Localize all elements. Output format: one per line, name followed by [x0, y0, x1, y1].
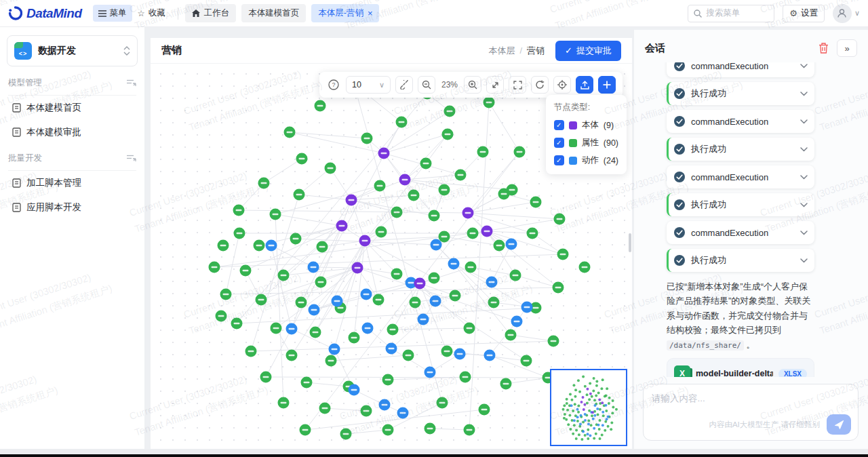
add-node-button[interactable] [598, 76, 616, 94]
legend-item-attribute[interactable]: ✓ 属性 (90) [554, 137, 618, 148]
chat-card-label: commandExecution [691, 117, 795, 127]
check-circle-icon [673, 226, 686, 239]
graph-edge [468, 152, 519, 213]
app-logo[interactable]: DataMind [8, 6, 82, 21]
legend-item-action[interactable]: ✓ 动作 (24) [554, 155, 618, 166]
tab-close-icon[interactable]: × [368, 8, 373, 18]
chevron-down-icon[interactable] [800, 147, 808, 152]
send-button[interactable] [827, 414, 851, 435]
chat-input[interactable]: 请输入内容... 内容由AI大模型生产,请仔细甄别 [643, 384, 859, 441]
legend-count: (90) [604, 138, 618, 148]
chevron-down-icon[interactable] [800, 231, 808, 235]
minimap-node [582, 430, 585, 433]
tab-ontology-home[interactable]: 本体建模首页 [241, 4, 306, 22]
graph-edge [307, 382, 349, 386]
minimap-node [592, 418, 595, 420]
center-view-button[interactable] [553, 76, 571, 94]
sidebar-item-script-management[interactable]: 加工脚本管理 [0, 171, 144, 195]
minimap-node [589, 382, 591, 384]
graph-node-label [555, 287, 561, 288]
chat-card-exec-success[interactable]: 执行成功 [667, 82, 814, 105]
legend-item-ontology[interactable]: ✓ 本体 (9) [554, 119, 618, 131]
graph-canvas[interactable]: ? 10 ∨ 23% [151, 64, 632, 449]
sidebar-item-script-dev[interactable]: 应用脚本开发 [0, 195, 144, 220]
minimap-node [562, 408, 565, 411]
settings-button[interactable]: ⚙ 设置 [783, 5, 825, 22]
top-navbar: DataMind 菜单 ☆ 收藏 工作台 本体建模首页 本体层-营销 × 搜索菜… [0, 0, 868, 27]
graph-node-label [508, 334, 514, 336]
breadcrumb-parent[interactable]: 本体层 [488, 45, 515, 57]
export-button[interactable] [576, 76, 593, 94]
app-switcher[interactable]: <> 数据开发 [7, 35, 138, 66]
minimap-node [586, 393, 589, 396]
sidebar-item-ontology-approval[interactable]: 本体建模审批 [0, 120, 144, 144]
minimap-node [607, 415, 610, 418]
breadcrumb-separator: / [519, 45, 522, 56]
trash-icon[interactable] [818, 43, 829, 54]
sidebar-item-label: 本体建模审批 [26, 126, 81, 138]
selector-chevrons-icon[interactable] [123, 46, 130, 56]
menu-button[interactable]: 菜单 [93, 5, 132, 22]
chevron-down-icon[interactable] [800, 203, 808, 207]
app-name: 数据开发 [38, 45, 117, 57]
chat-card-exec-success[interactable]: 执行成功 [667, 193, 814, 216]
user-menu[interactable]: ∨ [833, 4, 860, 23]
chat-card-command-execution[interactable]: commandExecution [667, 165, 814, 188]
fit-view-button[interactable] [486, 76, 504, 94]
main-panel: 营销 本体层 / 营销 ✓ 提交审批 ? 10 [151, 38, 632, 449]
menu-search-input[interactable]: 搜索菜单 [688, 5, 774, 22]
minimap-node [584, 419, 587, 422]
nav-divider [178, 7, 178, 20]
chevron-down-icon[interactable] [800, 258, 808, 263]
chevron-down-icon[interactable] [800, 92, 808, 96]
submit-approval-button[interactable]: ✓ 提交审批 [555, 41, 621, 61]
conversation-list[interactable]: commandExecution执行成功commandExecution执行成功… [634, 62, 868, 377]
favorites-button[interactable]: ☆ 收藏 [132, 5, 171, 22]
chat-card-command-execution[interactable]: commandExecution [667, 110, 814, 133]
graph-edge [275, 186, 380, 214]
graph-edge [511, 335, 553, 341]
graph-node-label [509, 189, 515, 191]
tab-workbench[interactable]: 工作台 [185, 4, 237, 22]
graph-node-label [427, 428, 433, 429]
minimap-node [573, 419, 576, 422]
scrollbar-thumb[interactable] [629, 233, 631, 252]
minimap-node [580, 414, 583, 417]
refresh-button[interactable] [531, 76, 549, 94]
chevron-down-icon[interactable] [800, 119, 808, 124]
fullscreen-button[interactable] [509, 76, 526, 94]
zoom-in-button[interactable] [464, 76, 481, 94]
checkbox-checked[interactable]: ✓ [554, 138, 564, 148]
legend-count: (24) [604, 156, 618, 165]
chat-card-command-execution[interactable]: commandExecution [667, 221, 814, 244]
collapse-panel-button[interactable]: » [837, 39, 857, 57]
chevron-down-icon[interactable] [800, 64, 808, 68]
graph-node-label [273, 214, 279, 215]
chat-card-command-execution[interactable]: commandExecution [667, 62, 814, 77]
link-mode-button[interactable] [395, 76, 413, 94]
chevron-down-icon[interactable] [800, 175, 808, 180]
graph-node-label [332, 349, 338, 350]
collapse-section-icon[interactable] [127, 79, 136, 87]
chat-card-exec-success[interactable]: 执行成功 [667, 249, 814, 272]
collapse-section-icon[interactable] [127, 155, 136, 162]
tab-ontology-marketing[interactable]: 本体层-营销 × [311, 4, 379, 22]
minimap-node [595, 433, 597, 435]
node-limit-select[interactable]: 10 ∨ [346, 76, 391, 94]
chat-card-exec-success[interactable]: 执行成功 [667, 138, 814, 161]
sidebar-item-ontology-home[interactable]: 本体建模首页 [0, 96, 144, 120]
graph-edge [405, 134, 448, 180]
minimap-node [576, 408, 578, 411]
assistant-message: 已按“新增本体对象”生成“个人客户保险产品推荐结果”的对象类型、关联关系与动作函… [667, 279, 814, 352]
graph-minimap[interactable] [550, 369, 627, 446]
checkbox-checked[interactable]: ✓ [554, 155, 564, 165]
page-header: 营销 本体层 / 营销 ✓ 提交审批 [151, 38, 632, 64]
search-placeholder: 搜索菜单 [706, 7, 740, 19]
graph-node-label [486, 102, 492, 103]
minimap-node [574, 403, 576, 405]
help-button[interactable]: ? [326, 77, 341, 92]
graph-node-label [431, 277, 437, 279]
zoom-out-button[interactable] [418, 76, 435, 94]
checkbox-checked[interactable]: ✓ [554, 120, 564, 130]
minimap-node [576, 420, 579, 422]
